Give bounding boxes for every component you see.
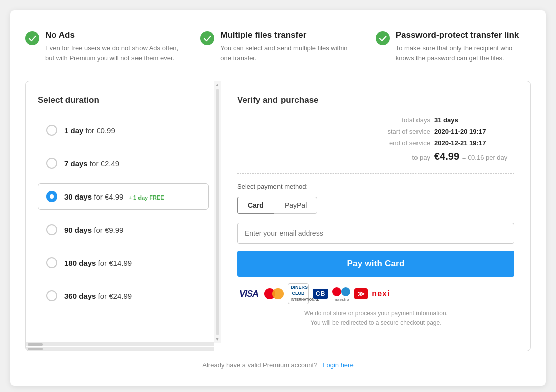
to-pay-label: to pay	[375, 154, 430, 161]
h-scroll-thumb-2	[28, 348, 43, 350]
cb-logo: CB	[313, 286, 328, 302]
security-note: We do not store or process your payment …	[237, 309, 514, 328]
footer-bar: Already have a valid Premium account? Lo…	[25, 351, 531, 371]
v-scrollbar[interactable]: ▲ ▼	[214, 81, 221, 343]
card-logos: VISA DINERSCLUBINTERNATIONAL CB	[237, 286, 514, 302]
duration-options: 1 day for €0.99 7 days for €2.49 30 days…	[38, 117, 209, 309]
verify-title: Verify and purchase	[237, 95, 514, 105]
radio-180days[interactable]	[46, 257, 57, 268]
radio-360days[interactable]	[46, 290, 57, 301]
nexi-logo: nexi	[372, 286, 390, 302]
divider	[237, 173, 514, 174]
free-badge-30days: + 1 day FREE	[129, 194, 164, 201]
visa-logo: VISA	[237, 286, 260, 302]
feature-no-ads-title: No Ads	[45, 30, 180, 40]
total-days-label: total days	[375, 116, 430, 124]
check-icon-password-protect	[376, 31, 390, 45]
features-row: No Ads Even for free users we do not sho…	[25, 30, 531, 63]
verify-panel: Verify and purchase total days 31 days s…	[221, 81, 530, 351]
feature-password-protect: Password-protect transfer link To make s…	[376, 30, 531, 63]
h-scroll-area	[26, 342, 214, 351]
mastercard-logo	[264, 286, 284, 302]
feature-multiple-files-title: Multiple files transfer	[220, 30, 355, 40]
radio-1day[interactable]	[46, 125, 57, 136]
radio-90days[interactable]	[46, 224, 57, 235]
radio-7days[interactable]	[46, 158, 57, 169]
summary-row-topay: to pay €4.99 = €0.16 per day	[237, 151, 514, 162]
duration-label-360days: 360 days for €24.99	[64, 292, 132, 300]
start-value: 2020-11-20 19:17	[434, 128, 514, 135]
maestro-logo: maestro	[332, 286, 350, 302]
scroll-up-arrow[interactable]: ▲	[215, 82, 220, 87]
duration-option-30days[interactable]: 30 days for €4.99 + 1 day FREE	[38, 183, 209, 210]
duration-option-7days[interactable]: 7 days for €2.49	[38, 150, 209, 176]
duration-option-1day[interactable]: 1 day for €0.99	[38, 117, 209, 143]
payment-method-label: Select payment method:	[237, 183, 514, 190]
login-link[interactable]: Login here	[323, 361, 353, 369]
check-icon-multiple-files	[200, 31, 214, 45]
duration-label-7days: 7 days for €2.49	[64, 159, 119, 168]
summary-row-total-days: total days 31 days	[237, 116, 514, 124]
radio-30days[interactable]	[46, 191, 57, 202]
summary-table: total days 31 days start of service 2020…	[237, 116, 514, 162]
duration-option-180days[interactable]: 180 days for €14.99	[38, 250, 209, 276]
main-panel: Select duration 1 day for €0.99 7 days f…	[25, 81, 531, 351]
dk-logo: ≫	[354, 286, 368, 302]
h-scroll-thumb	[28, 343, 43, 346]
check-icon-no-ads	[25, 31, 39, 45]
duration-label-1day: 1 day for €0.99	[64, 126, 115, 135]
svg-point-1	[200, 31, 214, 45]
tab-paypal[interactable]: PayPal	[274, 197, 317, 214]
feature-multiple-files-desc: You can select and send multiple files w…	[220, 43, 355, 63]
duration-label-30days: 30 days for €4.99 + 1 day FREE	[64, 192, 164, 201]
tab-card[interactable]: Card	[237, 197, 274, 214]
summary-row-start: start of service 2020-11-20 19:17	[237, 128, 514, 135]
footer-text: Already have a valid Premium account?	[202, 361, 317, 369]
h-scrollbar-top[interactable]	[26, 342, 214, 346]
duration-option-90days[interactable]: 90 days for €9.99	[38, 217, 209, 243]
total-days-value: 31 days	[434, 116, 514, 124]
email-input[interactable]	[237, 223, 514, 244]
start-label: start of service	[375, 128, 430, 135]
feature-no-ads: No Ads Even for free users we do not sho…	[25, 30, 180, 63]
duration-label-90days: 90 days for €9.99	[64, 226, 123, 234]
duration-panel: Select duration 1 day for €0.99 7 days f…	[26, 81, 221, 351]
duration-title: Select duration	[38, 95, 209, 105]
to-pay-price: €4.99 = €0.16 per day	[434, 151, 514, 162]
payment-tabs: Card PayPal	[237, 197, 514, 214]
price-per-day: = €0.16 per day	[462, 154, 508, 161]
summary-row-end: end of service 2020-12-21 19:17	[237, 139, 514, 147]
page-wrapper: No Ads Even for free users we do not sho…	[10, 10, 546, 386]
diners-club-logo: DINERSCLUBINTERNATIONAL	[288, 286, 309, 302]
feature-no-ads-desc: Even for free users we do not show Ads o…	[45, 43, 180, 63]
pay-button[interactable]: Pay with Card	[237, 251, 514, 277]
scroll-down-arrow[interactable]: ▼	[215, 337, 220, 342]
feature-password-protect-title: Password-protect transfer link	[396, 30, 531, 40]
scroll-track	[216, 89, 219, 335]
feature-multiple-files: Multiple files transfer You can select a…	[200, 30, 355, 63]
duration-option-360days[interactable]: 360 days for €24.99	[38, 283, 209, 309]
end-label: end of service	[375, 139, 430, 147]
svg-point-2	[376, 31, 390, 45]
h-scrollbar-bottom[interactable]	[26, 347, 214, 351]
svg-point-0	[25, 31, 39, 45]
duration-label-180days: 180 days for €14.99	[64, 259, 132, 267]
feature-password-protect-desc: To make sure that only the recipient who…	[396, 43, 531, 63]
end-value: 2020-12-21 19:17	[434, 139, 514, 147]
